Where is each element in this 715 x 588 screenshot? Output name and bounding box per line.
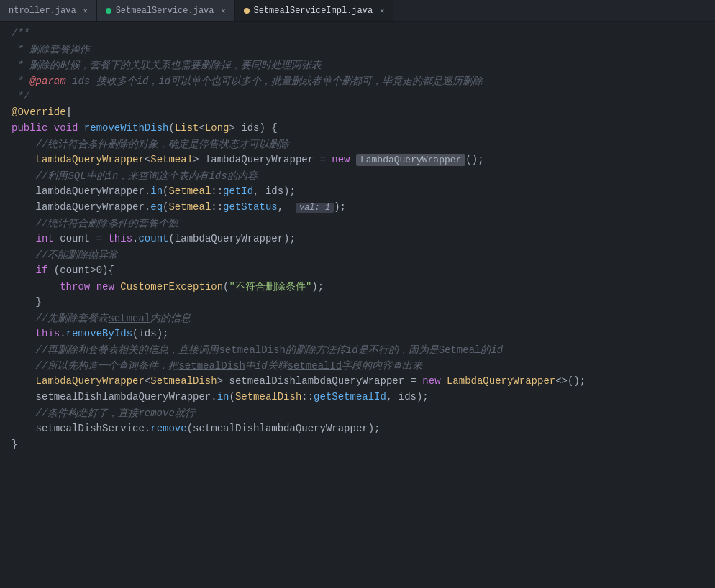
code-line: //先删除套餐表setmeal内的信息 [0,312,715,328]
tab-label: ntroller.java [9,6,76,16]
code-line: setmealDishlambdaQueryWrapper.in(Setmeal… [0,391,715,407]
code-line: LambdaQueryWrapper<Setmeal> lambdaQueryW… [0,154,715,170]
code-line: //利用SQL中的in，来查询这个表内有ids的内容 [0,170,715,185]
code-line: LambdaQueryWrapper<SetmealDish> setmealD… [0,375,715,391]
code-line: //所以先构造一个查询条件，把setmealDish中id关联setmealId… [0,359,715,375]
tab-setmeal-service-impl[interactable]: SetmealServiceImpl.java ✕ [235,0,394,22]
code-line: } [0,438,715,454]
code-line: */ [0,91,715,106]
code-line: } [0,296,715,312]
code-line: //再删除和套餐表相关的信息，直接调用setmealDish的删除方法传id是不… [0,344,715,359]
code-line: * 删除套餐操作 [0,43,715,59]
tab-close-icon[interactable]: ✕ [83,6,88,15]
code-line: //统计符合删除条件的套餐个数 [0,217,715,233]
code-line: //不能删除抛异常 [0,249,715,265]
code-line: int count = this.count(lambdaQueryWrappe… [0,233,715,249]
code-line: public void removeWithDish(List<Long> id… [0,122,715,138]
code-line: * 删除的时候，套餐下的关联关系也需要删除掉，要同时处理两张表 [0,59,715,75]
tab-bar: ntroller.java ✕ SetmealService.java ✕ Se… [0,0,715,22]
code-editor[interactable]: /** * 删除套餐操作 * 删除的时候，套餐下的关联关系也需要删除掉，要同时处… [0,22,715,588]
code-line: lambdaQueryWrapper.in(Setmeal::getId, id… [0,185,715,201]
tab-label: SetmealServiceImpl.java [254,6,373,16]
tab-dot-icon [244,8,250,14]
tab-ntroller[interactable]: ntroller.java ✕ [0,0,97,22]
code-line: //条件构造好了，直接remove就行 [0,407,715,423]
tab-close-icon[interactable]: ✕ [380,6,384,15]
tab-close-icon[interactable]: ✕ [221,6,225,15]
code-line: @Override| [0,106,715,122]
code-line: //统计符合条件删除的对象，确定是停售状态才可以删除 [0,138,715,154]
tab-label: SetmealService.java [116,6,214,16]
code-line: setmealDishService.remove(setmealDishlam… [0,423,715,438]
code-line: if (count>0){ [0,265,715,280]
code-line: * @param ids 接收多个id，id可以单个也可以多个，批量删或者单个删… [0,75,715,91]
tab-setmeal-service[interactable]: SetmealService.java ✕ [97,0,235,22]
code-line: this.removeByIds(ids); [0,328,715,344]
code-line: /** [0,27,715,43]
code-line: throw new CustomerException("不符合删除条件"); [0,280,715,296]
editor-container: ntroller.java ✕ SetmealService.java ✕ Se… [0,0,715,588]
code-line: lambdaQueryWrapper.eq(Setmeal::getStatus… [0,201,715,217]
tab-dot-icon [106,8,111,14]
